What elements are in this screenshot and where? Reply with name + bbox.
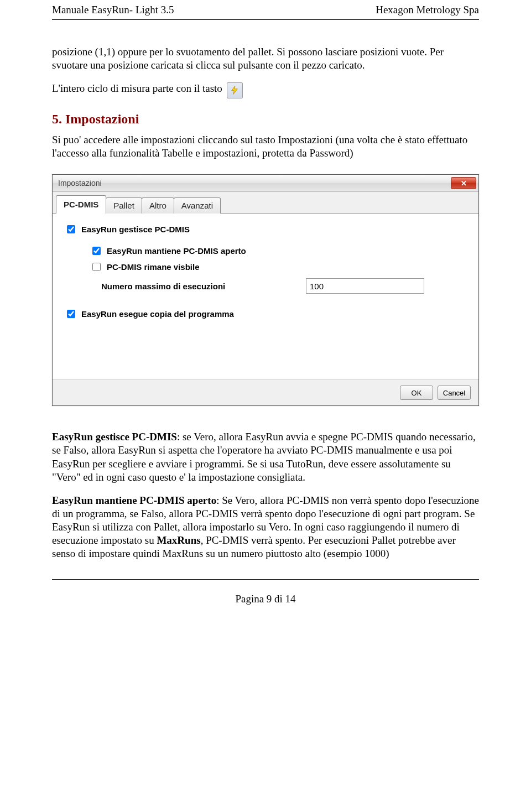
settings-dialog: Impostazioni ✕ PC-DMIS Pallet Altro Avan… [52,174,479,406]
close-button[interactable]: ✕ [451,177,476,189]
header-left: Manuale EasyRun- Light 3.5 [52,4,174,16]
paragraph-mantiene-bold: EasyRun mantiene PC-DMIS aperto [52,495,216,506]
checkbox-mantiene-aperto[interactable] [92,247,101,255]
tab-bar: PC-DMIS Pallet Altro Avanzati [53,192,478,214]
close-icon: ✕ [461,179,467,188]
cancel-button[interactable]: Cancel [438,386,471,400]
tab-avanzati[interactable]: Avanzati [174,197,221,214]
header-rule [52,19,479,20]
dialog-title: Impostazioni [58,179,102,188]
checkbox-gestisce-label: EasyRun gestisce PC-DMIS [81,225,190,234]
checkbox-visibile-label: PC-DMIS rimane visbile [107,262,200,272]
paragraph-2-lead: L'intero ciclo di misura parte con il ta… [52,82,222,95]
label-numero-massimo: Numero massimo di esecuzioni [90,282,306,291]
tab-content: EasyRun gestisce PC-DMIS EasyRun mantien… [53,213,478,379]
tab-pallet[interactable]: Pallet [106,197,142,214]
paragraph-3: Si puo' accedere alle impostazioni clicc… [52,133,479,160]
dialog-titlebar: Impostazioni ✕ [53,175,478,192]
checkbox-copia-programma[interactable] [67,310,75,318]
page-header: Manuale EasyRun- Light 3.5 Hexagon Metro… [52,4,479,19]
ok-button[interactable]: OK [400,386,433,400]
page-footer: Pagina 9 di 14 [52,593,479,606]
checkbox-copia-label: EasyRun esegue copia del programma [81,309,234,319]
paragraph-1: posizione (1,1) oppure per lo svuotament… [52,45,479,72]
footer-rule [52,579,479,580]
paragraph-gestisce: EasyRun gestisce PC-DMIS: se Vero, allor… [52,430,479,484]
paragraph-gestisce-bold: EasyRun gestisce PC-DMIS [52,431,177,443]
paragraph-mantiene-maxruns: MaxRuns [157,534,200,546]
paragraph-mantiene: EasyRun mantiene PC-DMIS aperto: Se Vero… [52,494,479,561]
run-cycle-button[interactable] [227,82,243,98]
checkbox-gestisce-pcdmis[interactable] [67,225,75,233]
tab-altro[interactable]: Altro [142,197,174,214]
tab-pcdmis[interactable]: PC-DMIS [56,195,106,214]
dialog-buttons: OK Cancel [53,379,478,405]
checkbox-mantiene-label: EasyRun mantiene PC-DMIS aperto [107,246,246,256]
input-numero-massimo[interactable] [306,278,424,294]
section-heading-impostazioni: 5. Impostazioni [52,112,479,127]
lightning-icon [230,85,240,95]
header-right: Hexagon Metrology Spa [376,4,479,16]
checkbox-rimane-visibile[interactable] [92,263,101,271]
